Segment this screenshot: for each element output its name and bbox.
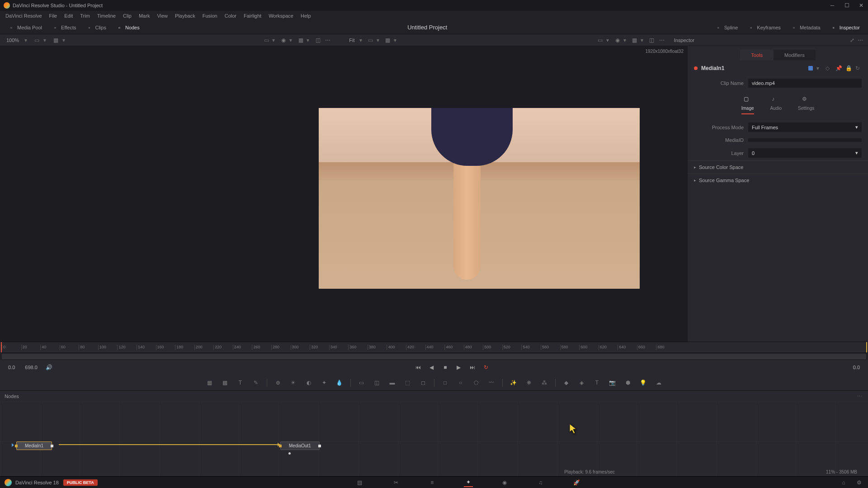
color-tool-icon[interactable]: ◐ xyxy=(304,378,313,387)
tab-modifiers[interactable]: Modifiers xyxy=(774,50,816,61)
merge3d-tool-icon[interactable]: ⬢ xyxy=(623,378,632,387)
timeline-ruler[interactable]: 0204060801001201401601802002202402602803… xyxy=(0,342,868,353)
tab-settings[interactable]: ⚙ Settings xyxy=(798,96,814,114)
menu-view[interactable]: View xyxy=(153,13,171,19)
menu-edit[interactable]: Edit xyxy=(61,13,76,19)
fit-label[interactable]: Fit xyxy=(346,38,357,43)
loop-button[interactable]: ↻ xyxy=(481,363,491,372)
fusion-page-button[interactable]: ✦ xyxy=(464,478,473,487)
chevron-down-icon[interactable]: ▾ xyxy=(359,37,365,43)
single-viewer-icon[interactable]: ▭ xyxy=(596,36,604,44)
chevron-down-icon[interactable]: ▾ xyxy=(289,37,295,43)
grid-icon[interactable]: ▦ xyxy=(297,36,305,44)
pemitter-tool-icon[interactable]: ❋ xyxy=(524,378,533,387)
grid-icon[interactable]: ▦ xyxy=(631,36,639,44)
ellipse-mask-icon[interactable]: ○ xyxy=(456,378,465,387)
current-timecode[interactable]: 0.0 xyxy=(850,364,863,371)
menu-fusion[interactable]: Fusion xyxy=(199,13,221,19)
viewer-mode-icon[interactable]: ▭ xyxy=(367,36,375,44)
chevron-down-icon[interactable]: ▾ xyxy=(623,37,629,43)
node-mediain1[interactable]: MediaIn1 xyxy=(16,441,52,450)
menu-playback[interactable]: Playback xyxy=(171,13,199,19)
media-id-input[interactable] xyxy=(748,138,862,142)
close-button[interactable]: ✕ xyxy=(858,2,864,9)
resize-tool-icon[interactable]: ⬚ xyxy=(403,378,412,387)
viewer-left[interactable] xyxy=(0,46,271,342)
brightness-tool-icon[interactable]: ☀ xyxy=(289,378,298,387)
chevron-down-icon[interactable]: ▾ xyxy=(307,37,312,43)
background-tool-icon[interactable]: ▦ xyxy=(205,378,214,387)
menu-help[interactable]: Help xyxy=(297,13,315,19)
chevron-down-icon[interactable]: ▾ xyxy=(377,37,382,43)
blur-tool-icon[interactable]: 💧 xyxy=(335,378,344,387)
media-page-button[interactable]: ▤ xyxy=(355,478,364,487)
fairlight-page-button[interactable]: ♫ xyxy=(536,478,545,487)
playhead-end[interactable] xyxy=(866,342,867,352)
section-source-color-space[interactable]: ▸ Source Color Space xyxy=(688,160,868,174)
chevron-down-icon[interactable]: ▾ xyxy=(24,37,30,43)
bspline-mask-icon[interactable]: 〰 xyxy=(487,378,496,387)
chevron-down-icon[interactable]: ▾ xyxy=(641,37,646,43)
node-color-indicator[interactable] xyxy=(808,66,813,70)
media-pool-button[interactable]: ▫Media Pool xyxy=(4,23,47,33)
polygon-mask-icon[interactable]: ⬠ xyxy=(472,378,481,387)
end-timecode[interactable]: 698.0 xyxy=(22,364,40,371)
lock-icon[interactable]: 🔒 xyxy=(845,65,852,71)
play-button[interactable]: ▶ xyxy=(454,363,463,372)
audio-icon[interactable]: 🔊 xyxy=(45,363,54,372)
zoom-level-left[interactable]: 100% xyxy=(4,38,22,43)
light3d-tool-icon[interactable]: 💡 xyxy=(639,378,648,387)
home-button[interactable]: ⌂ xyxy=(839,478,848,487)
viewer-right[interactable]: 1920x1080xfloat32 xyxy=(271,46,687,342)
project-settings-button[interactable]: ⚙ xyxy=(854,478,863,487)
paint-tool-icon[interactable]: ✎ xyxy=(251,378,260,387)
clip-name-input[interactable]: video.mp4 xyxy=(748,79,862,88)
last-frame-button[interactable]: ⏭ xyxy=(468,363,477,372)
transform-tool-icon[interactable]: ◫ xyxy=(373,378,382,387)
menu-color[interactable]: Color xyxy=(221,13,240,19)
tab-image[interactable]: ▢ Image xyxy=(741,96,754,114)
chevron-down-icon[interactable]: ▾ xyxy=(272,37,278,43)
matte-tool-icon[interactable]: ▬ xyxy=(388,378,397,387)
stop-button[interactable]: ■ xyxy=(441,363,450,372)
section-source-gamma-space[interactable]: ▸ Source Gamma Space xyxy=(688,174,868,187)
channel-icon[interactable]: ◉ xyxy=(279,36,288,44)
process-mode-dropdown[interactable]: Full Frames▾ xyxy=(748,122,862,132)
hue-tool-icon[interactable]: ✦ xyxy=(320,378,329,387)
menu-file[interactable]: File xyxy=(46,13,61,19)
more-icon[interactable]: ⋯ xyxy=(856,36,864,44)
timeline-scrubber[interactable] xyxy=(2,354,866,359)
minimize-button[interactable]: ─ xyxy=(829,2,835,9)
layer-dropdown[interactable]: 0▾ xyxy=(748,148,862,158)
first-frame-button[interactable]: ⏮ xyxy=(414,363,423,372)
tracker-tool-icon[interactable]: ⊕ xyxy=(274,378,283,387)
reset-icon[interactable]: ↻ xyxy=(855,65,862,71)
render3d-tool-icon[interactable]: ☁ xyxy=(654,378,663,387)
camera3d-tool-icon[interactable]: 📷 xyxy=(608,378,617,387)
menu-workspace[interactable]: Workspace xyxy=(265,13,297,19)
menu-trim[interactable]: Trim xyxy=(76,13,94,19)
node-mediaout1[interactable]: MediaOut1 xyxy=(280,441,320,450)
inspector-button[interactable]: ▫Inspector xyxy=(826,23,864,33)
tab-audio[interactable]: ♪ Audio xyxy=(770,96,782,114)
cut-page-button[interactable]: ✂ xyxy=(392,478,401,487)
prender-tool-icon[interactable]: ⁂ xyxy=(540,378,549,387)
menu-timeline[interactable]: Timeline xyxy=(94,13,119,19)
keyframes-button[interactable]: ▫Keyframes xyxy=(743,23,785,33)
channel-icon[interactable]: ◉ xyxy=(613,36,622,44)
chevron-down-icon[interactable]: ▾ xyxy=(43,37,49,43)
crop-tool-icon[interactable]: ◻ xyxy=(419,378,428,387)
more-icon[interactable]: ⋯ xyxy=(855,392,863,400)
metadata-button[interactable]: ▫Metadata xyxy=(786,23,825,33)
menu-clip[interactable]: Clip xyxy=(119,13,135,19)
more-icon[interactable]: ⋯ xyxy=(324,36,332,44)
deliver-page-button[interactable]: 🚀 xyxy=(572,478,581,487)
split-icon[interactable]: ◫ xyxy=(314,36,322,44)
chevron-down-icon[interactable]: ▾ xyxy=(394,37,399,43)
tab-tools[interactable]: Tools xyxy=(740,50,774,61)
split-icon[interactable]: ◫ xyxy=(648,36,656,44)
shape3d-tool-icon[interactable]: ◆ xyxy=(562,378,571,387)
viewer-preview[interactable] xyxy=(319,108,640,289)
fastnoise-tool-icon[interactable]: ▩ xyxy=(221,378,230,387)
nodes-button[interactable]: ▫Nodes xyxy=(112,23,144,33)
